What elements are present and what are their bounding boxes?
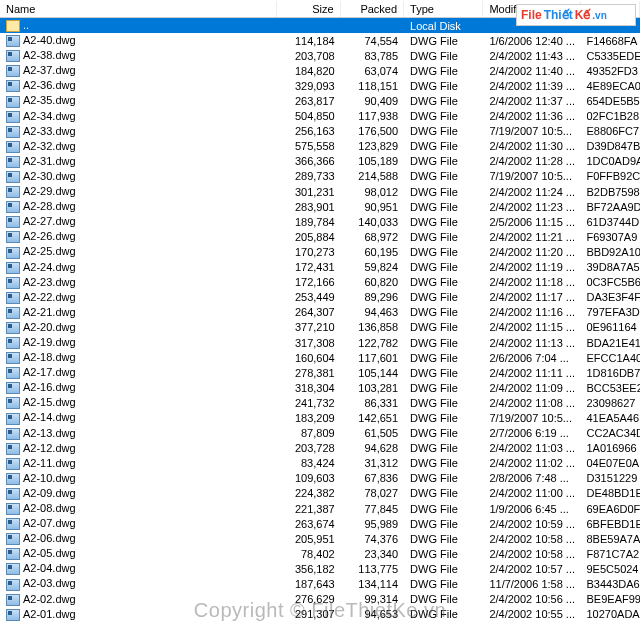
file-row[interactable]: A2-11.dwg83,42431,312DWG File2/4/2002 11… — [0, 456, 640, 471]
file-row[interactable]: A2-26.dwg205,88468,972DWG File2/4/2002 1… — [0, 229, 640, 244]
file-list: ..Local DiskA2-40.dwg114,18474,554DWG Fi… — [0, 18, 640, 622]
file-crc: 1D816DB7 — [581, 367, 641, 379]
file-row[interactable]: A2-16.dwg318,304103,281DWG File2/4/2002 … — [0, 380, 640, 395]
file-row[interactable]: A2-19.dwg317,308122,782DWG File2/4/2002 … — [0, 335, 640, 350]
file-name: A2-06.dwg — [23, 532, 76, 544]
file-modified: 2/4/2002 11:15 ... — [483, 321, 580, 333]
file-size: 377,210 — [277, 321, 340, 333]
file-name: A2-03.dwg — [23, 577, 76, 589]
file-row[interactable]: A2-12.dwg203,72894,628DWG File2/4/2002 1… — [0, 441, 640, 456]
file-size: 366,366 — [277, 155, 340, 167]
file-packed: 105,144 — [341, 367, 404, 379]
file-packed: 117,938 — [341, 110, 404, 122]
file-row[interactable]: A2-29.dwg301,23198,012DWG File2/4/2002 1… — [0, 184, 640, 199]
file-type: DWG File — [404, 261, 483, 273]
file-packed: 94,628 — [341, 442, 404, 454]
file-row[interactable]: A2-25.dwg170,27360,195DWG File2/4/2002 1… — [0, 244, 640, 259]
file-modified: 2/7/2006 6:19 ... — [483, 427, 580, 439]
file-packed: 68,972 — [341, 231, 404, 243]
file-size: 356,182 — [277, 563, 340, 575]
file-modified: 7/19/2007 10:5... — [483, 125, 580, 137]
file-row[interactable]: A2-08.dwg221,38777,845DWG File1/9/2006 6… — [0, 501, 640, 516]
file-type: DWG File — [404, 472, 483, 484]
file-name: A2-17.dwg — [23, 366, 76, 378]
file-row[interactable]: A2-35.dwg263,81790,409DWG File2/4/2002 1… — [0, 93, 640, 108]
file-modified: 2/4/2002 11:30 ... — [483, 140, 580, 152]
dwg-file-icon — [6, 563, 20, 575]
file-row[interactable]: A2-18.dwg160,604117,601DWG File2/6/2006 … — [0, 350, 640, 365]
dwg-file-icon — [6, 50, 20, 62]
file-name: A2-29.dwg — [23, 185, 76, 197]
file-row[interactable]: A2-05.dwg78,40223,340DWG File2/4/2002 10… — [0, 546, 640, 561]
dwg-file-icon — [6, 216, 20, 228]
file-type: DWG File — [404, 246, 483, 258]
file-size: 203,708 — [277, 50, 340, 62]
column-header-type[interactable]: Type — [404, 1, 483, 17]
folder-up-icon — [6, 20, 20, 32]
file-crc: 04E07E0A — [581, 457, 641, 469]
file-row[interactable]: A2-01.dwg291,30794,653DWG File2/4/2002 1… — [0, 607, 640, 622]
logo-overlay: File Thiết Kế .vn — [516, 4, 636, 26]
file-size: 575,558 — [277, 140, 340, 152]
file-packed: 63,074 — [341, 65, 404, 77]
file-row[interactable]: A2-13.dwg87,80961,505DWG File2/7/2006 6:… — [0, 426, 640, 441]
file-name: A2-35.dwg — [23, 94, 76, 106]
file-crc: BBD92A10 — [581, 246, 641, 258]
file-name: A2-33.dwg — [23, 125, 76, 137]
file-row[interactable]: A2-10.dwg109,60367,836DWG File2/8/2006 7… — [0, 471, 640, 486]
file-packed: 176,500 — [341, 125, 404, 137]
file-row[interactable]: A2-40.dwg114,18474,554DWG File1/6/2006 1… — [0, 33, 640, 48]
file-name: A2-38.dwg — [23, 49, 76, 61]
file-row[interactable]: A2-22.dwg253,44989,296DWG File2/4/2002 1… — [0, 290, 640, 305]
file-row[interactable]: A2-04.dwg356,182113,775DWG File2/4/2002 … — [0, 561, 640, 576]
file-crc: 797EFA3D — [581, 306, 641, 318]
file-type: DWG File — [404, 518, 483, 530]
file-row[interactable]: A2-07.dwg263,67495,989DWG File2/4/2002 1… — [0, 516, 640, 531]
file-packed: 214,588 — [341, 170, 404, 182]
file-row[interactable]: A2-34.dwg504,850117,938DWG File2/4/2002 … — [0, 109, 640, 124]
file-name: .. — [23, 19, 29, 31]
file-row[interactable]: A2-23.dwg172,16660,820DWG File2/4/2002 1… — [0, 275, 640, 290]
file-row[interactable]: A2-28.dwg283,90190,951DWG File2/4/2002 1… — [0, 199, 640, 214]
dwg-file-icon — [6, 609, 20, 621]
dwg-file-icon — [6, 397, 20, 409]
file-size: 301,231 — [277, 186, 340, 198]
file-name: A2-18.dwg — [23, 351, 76, 363]
column-header-size[interactable]: Size — [277, 1, 340, 17]
file-row[interactable]: A2-15.dwg241,73286,331DWG File2/4/2002 1… — [0, 395, 640, 410]
file-modified: 2/4/2002 11:02 ... — [483, 457, 580, 469]
file-row[interactable]: A2-21.dwg264,30794,463DWG File2/4/2002 1… — [0, 305, 640, 320]
file-row[interactable]: A2-38.dwg203,70883,785DWG File2/4/2002 1… — [0, 48, 640, 63]
file-type: DWG File — [404, 442, 483, 454]
file-row[interactable]: A2-06.dwg205,95174,376DWG File2/4/2002 1… — [0, 531, 640, 546]
file-packed: 117,601 — [341, 352, 404, 364]
file-type: DWG File — [404, 608, 483, 620]
dwg-file-icon — [6, 201, 20, 213]
file-row[interactable]: A2-03.dwg187,643134,114DWG File11/7/2006… — [0, 576, 640, 591]
file-row[interactable]: A2-02.dwg276,62999,314DWG File2/4/2002 1… — [0, 592, 640, 607]
file-crc: 9E5C5024 — [581, 563, 641, 575]
file-type: DWG File — [404, 201, 483, 213]
file-size: 187,643 — [277, 578, 340, 590]
dwg-file-icon — [6, 171, 20, 183]
column-header-packed[interactable]: Packed — [341, 1, 404, 17]
column-header-name[interactable]: Name — [0, 1, 277, 17]
file-row[interactable]: A2-14.dwg183,209142,651DWG File7/19/2007… — [0, 410, 640, 425]
file-row[interactable]: A2-30.dwg289,733214,588DWG File7/19/2007… — [0, 169, 640, 184]
file-row[interactable]: A2-37.dwg184,82063,074DWG File2/4/2002 1… — [0, 63, 640, 78]
file-row[interactable]: A2-36.dwg329,093118,151DWG File2/4/2002 … — [0, 78, 640, 93]
file-row[interactable]: A2-32.dwg575,558123,829DWG File2/4/2002 … — [0, 139, 640, 154]
file-row[interactable]: A2-17.dwg278,381105,144DWG File2/4/2002 … — [0, 365, 640, 380]
file-row[interactable]: A2-09.dwg224,38278,027DWG File2/4/2002 1… — [0, 486, 640, 501]
file-size: 291,307 — [277, 608, 340, 620]
file-packed: 99,314 — [341, 593, 404, 605]
file-type: DWG File — [404, 155, 483, 167]
file-row[interactable]: A2-20.dwg377,210136,858DWG File2/4/2002 … — [0, 320, 640, 335]
file-row[interactable]: A2-33.dwg256,163176,500DWG File7/19/2007… — [0, 124, 640, 139]
file-name: A2-13.dwg — [23, 427, 76, 439]
file-size: 278,381 — [277, 367, 340, 379]
dwg-file-icon — [6, 352, 20, 364]
file-row[interactable]: A2-27.dwg189,784140,033DWG File2/5/2006 … — [0, 214, 640, 229]
file-row[interactable]: A2-31.dwg366,366105,189DWG File2/4/2002 … — [0, 154, 640, 169]
file-row[interactable]: A2-24.dwg172,43159,824DWG File2/4/2002 1… — [0, 260, 640, 275]
